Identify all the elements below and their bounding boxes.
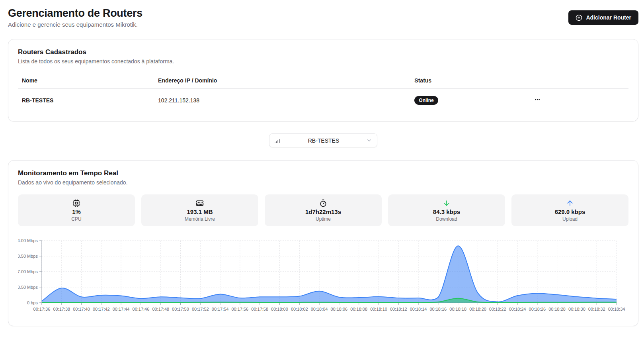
svg-text:00:18:26: 00:18:26: [529, 307, 546, 312]
monitoring-card-subtitle: Dados ao vivo do equipamento selecionado…: [18, 179, 628, 186]
routers-card-subtitle: Lista de todos os seus equipamentos cone…: [18, 58, 628, 65]
memory-icon: [196, 199, 204, 207]
arrow-up-icon: [566, 199, 574, 207]
svg-text:00:18:32: 00:18:32: [588, 307, 605, 312]
stat-uptime: 1d7h22m13s Uptime: [265, 194, 382, 226]
signal-icon: [274, 137, 281, 144]
svg-text:0 bps: 0 bps: [27, 300, 38, 305]
stat-value: 193.1 MB: [187, 208, 213, 215]
page-heading-block: Gerenciamento de Routers Adicione e gere…: [8, 6, 142, 28]
add-router-button-label: Adicionar Router: [586, 14, 631, 21]
svg-text:10.50 Mbps: 10.50 Mbps: [18, 254, 38, 259]
svg-text:00:17:54: 00:17:54: [212, 307, 229, 312]
stats-row: 1% CPU 193.1 MB Memória Livre 1d7h22m13s…: [18, 194, 628, 226]
status-badge: Online: [414, 96, 438, 105]
ellipsis-icon: [534, 96, 541, 103]
table-row: RB-TESTES 102.211.152.138 Online: [18, 89, 628, 112]
svg-text:14.00 Mbps: 14.00 Mbps: [18, 238, 38, 243]
svg-text:00:18:00: 00:18:00: [271, 307, 288, 312]
stat-label: Upload: [562, 216, 578, 222]
svg-text:00:18:24: 00:18:24: [509, 307, 526, 312]
router-select-value: RB-TESTES: [281, 137, 366, 144]
routers-card: Routers Cadastrados Lista de todos os se…: [8, 39, 638, 122]
svg-text:00:17:52: 00:17:52: [192, 307, 209, 312]
arrow-down-icon: [443, 199, 451, 207]
stat-download: 84.3 kbps Download: [388, 194, 505, 226]
page-title: Gerenciamento de Routers: [8, 7, 142, 20]
stat-label: Memória Livre: [185, 216, 215, 222]
svg-text:00:17:44: 00:17:44: [113, 307, 130, 312]
svg-text:7.00 Mbps: 7.00 Mbps: [18, 269, 38, 274]
svg-text:00:18:06: 00:18:06: [330, 307, 347, 312]
svg-text:00:18:18: 00:18:18: [449, 307, 466, 312]
traffic-chart-svg: 14.00 Mbps10.50 Mbps7.00 Mbps3.50 Mbps0 …: [18, 236, 628, 316]
table-header-row: Nome Endereço IP / Domínio Status: [18, 73, 628, 89]
stat-value: 84.3 kbps: [433, 208, 460, 215]
svg-text:00:18:10: 00:18:10: [370, 307, 387, 312]
add-router-button[interactable]: Adicionar Router: [568, 10, 638, 25]
cpu-icon: [72, 199, 80, 207]
router-status-cell: Online: [410, 89, 528, 112]
column-header-nome: Nome: [18, 73, 154, 89]
svg-text:00:17:38: 00:17:38: [53, 307, 70, 312]
svg-text:00:17:40: 00:17:40: [73, 307, 90, 312]
column-header-endereco: Endereço IP / Domínio: [154, 73, 410, 89]
router-name: RB-TESTES: [18, 89, 154, 112]
timer-icon: [319, 199, 327, 207]
svg-text:00:18:34: 00:18:34: [608, 307, 625, 312]
svg-text:00:18:08: 00:18:08: [350, 307, 367, 312]
routers-card-title: Routers Cadastrados: [18, 48, 628, 56]
router-actions-cell: [528, 89, 628, 112]
stat-memory: 193.1 MB Memória Livre: [141, 194, 258, 226]
stat-value: 629.0 kbps: [555, 208, 585, 215]
router-address: 102.211.152.138: [154, 89, 410, 112]
stat-label: Uptime: [316, 216, 331, 222]
svg-text:3.50 Mbps: 3.50 Mbps: [18, 285, 38, 290]
svg-text:00:17:46: 00:17:46: [133, 307, 150, 312]
svg-text:00:18:02: 00:18:02: [291, 307, 308, 312]
stat-value: 1%: [72, 208, 81, 215]
svg-text:00:17:36: 00:17:36: [33, 307, 51, 312]
stat-value: 1d7h22m13s: [305, 208, 341, 215]
traffic-chart: 14.00 Mbps10.50 Mbps7.00 Mbps3.50 Mbps0 …: [18, 236, 628, 316]
svg-text:00:18:30: 00:18:30: [568, 307, 585, 312]
svg-text:00:18:16: 00:18:16: [429, 307, 447, 312]
svg-text:00:18:28: 00:18:28: [548, 307, 566, 312]
svg-text:00:18:20: 00:18:20: [469, 307, 486, 312]
router-select[interactable]: RB-TESTES: [269, 133, 377, 147]
svg-text:00:17:56: 00:17:56: [232, 307, 249, 312]
page-header: Gerenciamento de Routers Adicione e gere…: [8, 6, 638, 28]
plus-circle-icon: [576, 14, 582, 21]
svg-text:00:17:42: 00:17:42: [93, 307, 110, 312]
svg-text:00:18:22: 00:18:22: [489, 307, 506, 312]
column-header-actions: [528, 73, 628, 89]
stat-cpu: 1% CPU: [18, 194, 135, 226]
column-header-status: Status: [410, 73, 528, 89]
page-subtitle: Adicione e gerencie seus equipamentos Mi…: [8, 21, 142, 28]
svg-text:00:17:58: 00:17:58: [251, 307, 268, 312]
svg-text:00:18:14: 00:18:14: [410, 307, 427, 312]
routers-table: Nome Endereço IP / Domínio Status RB-TES…: [18, 73, 628, 112]
svg-text:00:17:50: 00:17:50: [172, 307, 189, 312]
router-management-page: Gerenciamento de Routers Adicione e gere…: [0, 0, 644, 326]
stat-label: Download: [436, 216, 457, 222]
monitoring-card: Monitoramento em Tempo Real Dados ao viv…: [8, 160, 638, 326]
row-menu-button[interactable]: [532, 96, 543, 105]
svg-text:00:18:04: 00:18:04: [311, 307, 328, 312]
monitoring-card-title: Monitoramento em Tempo Real: [18, 169, 628, 177]
chevron-down-icon: [366, 137, 372, 143]
svg-text:00:17:48: 00:17:48: [152, 307, 169, 312]
svg-text:00:18:12: 00:18:12: [390, 307, 407, 312]
stat-upload: 629.0 kbps Upload: [511, 194, 628, 226]
router-select-wrap: RB-TESTES: [8, 133, 638, 147]
stat-label: CPU: [71, 216, 81, 222]
